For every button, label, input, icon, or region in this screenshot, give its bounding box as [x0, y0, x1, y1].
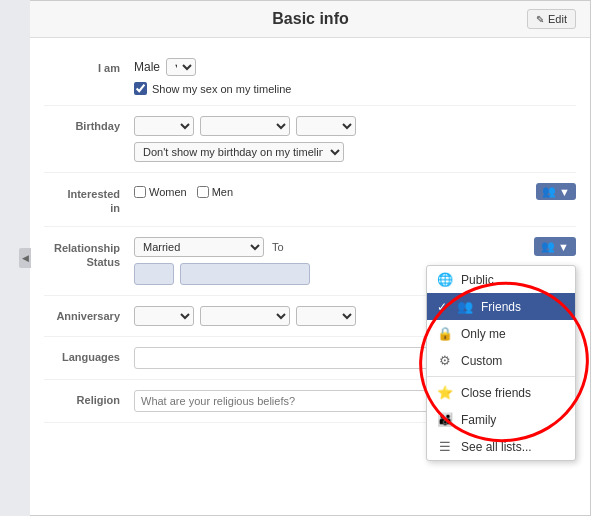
sidebar-collapse-arrow[interactable]: ◀: [19, 248, 31, 268]
relationship-status-row: RelationshipStatus Married Single In a r…: [44, 227, 576, 296]
gender-select[interactable]: ▼: [166, 58, 196, 76]
men-checkbox[interactable]: [197, 186, 209, 198]
relationship-name-input[interactable]: [180, 263, 310, 285]
page-title: Basic info: [94, 10, 527, 28]
birthday-year-select[interactable]: [296, 116, 356, 136]
relationship-privacy-icon: 👥: [541, 240, 555, 253]
dropdown-family-label: Family: [461, 413, 496, 427]
birthday-day-select[interactable]: [200, 116, 290, 136]
dropdown-item-public[interactable]: 🌐 Public: [427, 266, 575, 293]
header: Basic info ✎ Edit: [30, 1, 590, 38]
men-label: Men: [212, 186, 233, 198]
birthday-label: Birthday: [44, 116, 134, 132]
show-sex-checkbox[interactable]: [134, 82, 147, 95]
anniversary-label: Anniversary: [44, 306, 134, 322]
birthday-selects: [134, 116, 576, 136]
dropdown-item-custom[interactable]: ⚙ Custom: [427, 347, 575, 374]
anniversary-month-select[interactable]: [134, 306, 194, 326]
to-label: To: [272, 241, 284, 253]
birthday-visibility-select[interactable]: Don't show my birthday on my timeline: [134, 142, 344, 162]
dropdown-item-family[interactable]: 👪 Family: [427, 406, 575, 433]
relationship-avatar: [134, 263, 174, 285]
family-icon: 👪: [437, 412, 453, 427]
birthday-content: Don't show my birthday on my timeline: [134, 116, 576, 162]
relationship-status-label: RelationshipStatus: [44, 237, 134, 270]
left-sidebar: ◀: [0, 0, 30, 516]
relationship-row-inline: Married Single In a relationship Engaged…: [134, 237, 576, 257]
relationship-status-content: Married Single In a relationship Engaged…: [134, 237, 576, 285]
interested-in-row: Interestedin Women Men: [44, 173, 576, 227]
gender-value: Male: [134, 60, 160, 74]
interested-in-options: Women Men 👥 ▼: [134, 183, 576, 200]
dropdown-close-friends-label: Close friends: [461, 386, 531, 400]
dropdown-item-see-all[interactable]: ☰ See all lists...: [427, 433, 575, 460]
dropdown-public-label: Public: [461, 273, 494, 287]
gear-icon: ⚙: [437, 353, 453, 368]
women-checkbox-label[interactable]: Women: [134, 186, 187, 198]
birthday-month-select[interactable]: [134, 116, 194, 136]
interested-in-content: Women Men 👥 ▼: [134, 183, 576, 200]
privacy-dropdown-menu: 🌐 Public ✓ 👥 Friends 🔒: [426, 265, 576, 461]
anniversary-year-select[interactable]: [296, 306, 356, 326]
form-body: I am Male ▼ Show my sex on my timeline: [30, 38, 590, 433]
i-am-content: Male ▼ Show my sex on my timeline: [134, 58, 576, 95]
interested-checkboxes: Women Men: [134, 186, 233, 198]
friends-checkmark: ✓: [437, 300, 447, 314]
dropdown-only-me-label: Only me: [461, 327, 506, 341]
birthday-privacy-row: Don't show my birthday on my timeline: [134, 142, 576, 162]
dropdown-divider: [427, 376, 575, 377]
women-checkbox[interactable]: [134, 186, 146, 198]
main-panel: Basic info ✎ Edit I am Male ▼: [30, 0, 591, 516]
relationship-privacy-container: 👥 ▼ 🌐 Public ✓: [534, 237, 576, 256]
dropdown-friends-label: Friends: [481, 300, 521, 314]
i-am-row: I am Male ▼ Show my sex on my timeline: [44, 48, 576, 106]
show-sex-row: Show my sex on my timeline: [134, 82, 576, 95]
anniversary-day-select[interactable]: [200, 306, 290, 326]
religion-label: Religion: [44, 390, 134, 406]
list-icon: ☰: [437, 439, 453, 454]
dropdown-see-all-label: See all lists...: [461, 440, 532, 454]
interested-privacy-icon: 👥: [542, 185, 556, 198]
star-icon: ⭐: [437, 385, 453, 400]
interested-privacy-arrow: ▼: [559, 186, 570, 198]
lock-icon: 🔒: [437, 326, 453, 341]
dropdown-item-only-me[interactable]: 🔒 Only me: [427, 320, 575, 347]
relationship-privacy-arrow: ▼: [558, 241, 569, 253]
dropdown-custom-label: Custom: [461, 354, 502, 368]
interested-in-label: Interestedin: [44, 183, 134, 216]
relationship-privacy-button[interactable]: 👥 ▼: [534, 237, 576, 256]
i-am-inline: Male ▼: [134, 58, 576, 76]
pencil-icon: ✎: [536, 14, 544, 25]
men-checkbox-label[interactable]: Men: [197, 186, 233, 198]
i-am-label: I am: [44, 58, 134, 74]
birthday-row: Birthday Don't show my birthday on my ti…: [44, 106, 576, 173]
dropdown-item-close-friends[interactable]: ⭐ Close friends: [427, 379, 575, 406]
relationship-status-select[interactable]: Married Single In a relationship Engaged…: [134, 237, 264, 257]
women-label: Women: [149, 186, 187, 198]
friends-icon: 👥: [457, 299, 473, 314]
globe-icon: 🌐: [437, 272, 453, 287]
languages-label: Languages: [44, 347, 134, 363]
edit-button[interactable]: ✎ Edit: [527, 9, 576, 29]
dropdown-item-friends[interactable]: ✓ 👥 Friends: [427, 293, 575, 320]
interested-privacy-button[interactable]: 👥 ▼: [536, 183, 576, 200]
show-sex-label: Show my sex on my timeline: [152, 83, 291, 95]
